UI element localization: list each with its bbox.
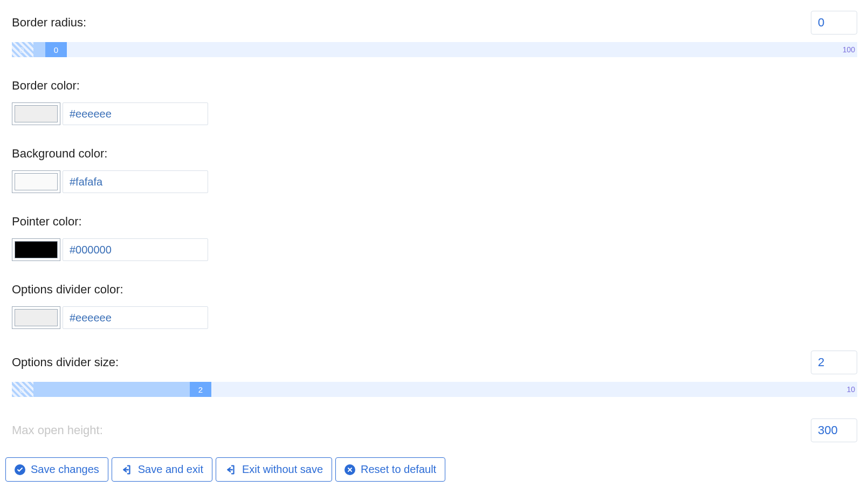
field-border-radius: Border radius: 0 0 100	[12, 11, 857, 57]
arrow-left-bracket-icon	[225, 464, 237, 476]
arrow-left-bracket-icon	[121, 464, 133, 476]
label-border-radius: Border radius:	[12, 16, 86, 30]
field-divider-size: Options divider size: 0 2 10	[12, 351, 857, 397]
field-border-color: Border color:	[12, 79, 857, 125]
cloud-check-icon	[15, 464, 25, 475]
input-background-color[interactable]	[63, 170, 208, 193]
action-bar: Save changes Save and exit Exit without …	[5, 457, 863, 482]
label-pointer-color: Pointer color:	[12, 215, 857, 229]
save-and-exit-button[interactable]: Save and exit	[112, 457, 212, 482]
field-background-color: Background color:	[12, 147, 857, 193]
input-border-color[interactable]	[63, 102, 208, 125]
input-max-open-height[interactable]	[811, 419, 857, 442]
slider-divider-size[interactable]: 0 2 10	[12, 382, 857, 397]
swatch-background-color[interactable]	[12, 170, 60, 193]
slider-handle-border-radius[interactable]: 0	[45, 42, 67, 57]
input-pointer-color[interactable]	[63, 238, 208, 261]
input-border-radius[interactable]	[811, 11, 857, 35]
swatch-pointer-color[interactable]	[12, 238, 60, 261]
field-pointer-color: Pointer color:	[12, 215, 857, 261]
slider-max-divider-size: 10	[846, 385, 855, 394]
swatch-divider-color[interactable]	[12, 306, 60, 329]
slider-handle-divider-size[interactable]: 2	[190, 382, 211, 397]
field-max-open-height: Max open height:	[12, 419, 857, 442]
label-max-open-height: Max open height:	[12, 423, 103, 437]
slider-max-border-radius: 100	[843, 45, 855, 54]
close-circle-icon	[345, 464, 355, 475]
field-divider-color: Options divider color:	[12, 283, 857, 329]
reset-to-default-button[interactable]: Reset to default	[335, 457, 445, 482]
label-divider-size: Options divider size:	[12, 355, 119, 369]
exit-without-save-button[interactable]: Exit without save	[216, 457, 332, 482]
label-border-color: Border color:	[12, 79, 857, 93]
input-divider-size[interactable]	[811, 351, 857, 374]
save-changes-button[interactable]: Save changes	[5, 457, 108, 482]
input-divider-color[interactable]	[63, 306, 208, 329]
label-divider-color: Options divider color:	[12, 283, 857, 297]
label-background-color: Background color:	[12, 147, 857, 161]
slider-border-radius[interactable]: 0 0 100	[12, 42, 857, 57]
swatch-border-color[interactable]	[12, 102, 60, 125]
